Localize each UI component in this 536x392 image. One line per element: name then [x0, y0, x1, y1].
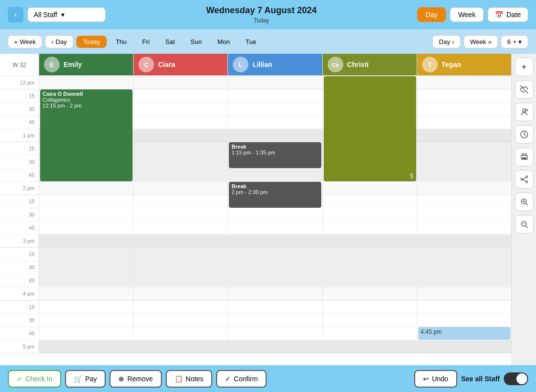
grid-cell-19-1[interactable]	[134, 327, 228, 340]
grid-cell-2-1[interactable]	[134, 103, 228, 116]
grid-cell-9-0[interactable]	[39, 195, 134, 208]
grid-cell-12-3[interactable]	[323, 235, 417, 248]
grid-cell-14-0[interactable]	[39, 261, 134, 274]
grid-cell-6-4[interactable]	[417, 155, 512, 169]
event-block[interactable]: Break1:15 pm - 1:35 pm	[229, 142, 321, 168]
grid-cell-17-4[interactable]	[417, 301, 512, 314]
grid-cell-4-4[interactable]	[417, 129, 512, 142]
grid-cell-8-3[interactable]	[323, 182, 417, 195]
grid-cell-15-4[interactable]	[417, 274, 512, 287]
grid-cell-10-2[interactable]	[228, 208, 322, 221]
confirm-button[interactable]: ✓ Confirm	[216, 370, 267, 388]
grid-cell-5-4[interactable]	[417, 142, 512, 155]
grid-cell-3-4[interactable]	[417, 116, 512, 129]
grid-cell-12-1[interactable]	[134, 235, 228, 248]
grid-cell-17-2[interactable]	[228, 301, 322, 314]
date-picker-button[interactable]: 📅 Date	[488, 7, 528, 22]
grid-cell-11-0[interactable]	[39, 221, 134, 235]
grid-cell-16-3[interactable]	[323, 287, 417, 301]
grid-cell-11-3[interactable]	[323, 221, 417, 235]
grid-cell-10-3[interactable]	[323, 208, 417, 221]
grid-cell-4-1[interactable]	[134, 129, 228, 142]
event-block[interactable]: Caira O DonnellCollagenics12:15 pm - 2 p…	[40, 89, 133, 181]
grid-cell-12-2[interactable]	[228, 235, 322, 248]
grid-cell-8-1[interactable]	[134, 182, 228, 195]
grid-cell-15-1[interactable]	[134, 274, 228, 287]
undo-button[interactable]: ↩ Undo	[414, 370, 457, 388]
clock-button[interactable]	[515, 125, 534, 144]
grid-cell-19-0[interactable]	[39, 327, 134, 340]
grid-cell-8-4[interactable]	[417, 182, 512, 195]
grid-cell-3-2[interactable]	[228, 116, 322, 129]
grid-cell-14-2[interactable]	[228, 261, 322, 274]
print-button[interactable]	[515, 148, 534, 166]
grid-cell-10-0[interactable]	[39, 208, 134, 221]
right-week-button[interactable]: Week »	[464, 35, 498, 48]
grid-cell-9-1[interactable]	[134, 195, 228, 208]
grid-cell-9-3[interactable]	[323, 195, 417, 208]
day-nav-button[interactable]: ‹ Day	[45, 35, 73, 48]
grid-cell-16-4[interactable]	[417, 287, 512, 301]
week-view-button[interactable]: Week	[450, 7, 484, 22]
grid-cell-7-2[interactable]	[228, 169, 322, 182]
grid-cell-15-0[interactable]	[39, 274, 134, 287]
grid-cell-1-1[interactable]	[134, 89, 228, 103]
share-button[interactable]	[515, 170, 534, 189]
calendar-scroll[interactable]: W 32 E Emily C Ciara L Lillian	[0, 54, 512, 365]
grid-cell-12-0[interactable]	[39, 235, 134, 248]
grid-cell-19-3[interactable]	[323, 327, 417, 340]
zoom-out-button[interactable]	[515, 215, 534, 234]
tab-today[interactable]: Today	[76, 36, 107, 48]
grid-cell-0-2[interactable]	[228, 76, 322, 89]
grid-cell-13-0[interactable]	[39, 248, 134, 261]
grid-cell-18-0[interactable]	[39, 314, 134, 327]
back-button[interactable]: ‹	[8, 7, 23, 22]
staff-button[interactable]	[515, 103, 534, 121]
grid-cell-20-4[interactable]	[417, 340, 512, 353]
notes-button[interactable]: 📋 Notes	[166, 370, 213, 388]
grid-cell-1-2[interactable]	[228, 89, 322, 103]
see-all-toggle[interactable]	[504, 372, 528, 385]
tab-mon[interactable]: Mon	[211, 36, 237, 48]
grid-cell-17-1[interactable]	[134, 301, 228, 314]
grid-cell-20-1[interactable]	[134, 340, 228, 353]
grid-cell-18-3[interactable]	[323, 314, 417, 327]
grid-cell-13-1[interactable]	[134, 248, 228, 261]
event-block[interactable]: 4:45 pm	[418, 327, 511, 340]
grid-cell-11-4[interactable]	[417, 221, 512, 235]
grid-cell-15-2[interactable]	[228, 274, 322, 287]
remove-button[interactable]: ⊗ Remove	[110, 370, 161, 388]
grid-cell-15-3[interactable]	[323, 274, 417, 287]
grid-cell-9-4[interactable]	[417, 195, 512, 208]
grid-cell-7-1[interactable]	[134, 169, 228, 182]
grid-cell-16-0[interactable]	[39, 287, 134, 301]
hide-button[interactable]	[515, 80, 534, 99]
grid-cell-17-0[interactable]	[39, 301, 134, 314]
grid-cell-14-4[interactable]	[417, 261, 512, 274]
grid-cell-3-1[interactable]	[134, 116, 228, 129]
grid-cell-18-1[interactable]	[134, 314, 228, 327]
grid-cell-2-4[interactable]	[417, 103, 512, 116]
grid-cell-13-4[interactable]	[417, 248, 512, 261]
grid-cell-20-2[interactable]	[228, 340, 322, 353]
grid-cell-18-4[interactable]	[417, 314, 512, 327]
pay-button[interactable]: 🛒 Pay	[65, 370, 106, 388]
tab-fri[interactable]: Fri	[135, 36, 156, 48]
tab-sun[interactable]: Sun	[184, 36, 209, 48]
grid-cell-4-2[interactable]	[228, 129, 322, 142]
grid-cell-11-2[interactable]	[228, 221, 322, 235]
day-view-button[interactable]: Day	[417, 7, 446, 22]
event-block[interactable]: Break2 pm - 2:30 pm	[229, 182, 321, 208]
grid-cell-0-1[interactable]	[134, 76, 228, 89]
tab-thu[interactable]: Thu	[109, 36, 133, 48]
grid-cell-10-4[interactable]	[417, 208, 512, 221]
grid-cell-14-3[interactable]	[323, 261, 417, 274]
check-in-button[interactable]: ✓ Check In	[8, 370, 61, 388]
grid-cell-13-3[interactable]	[323, 248, 417, 261]
tab-tue[interactable]: Tue	[239, 36, 263, 48]
grid-cell-11-1[interactable]	[134, 221, 228, 235]
week-nav-button[interactable]: « Week	[8, 35, 42, 48]
grid-cell-20-0[interactable]	[39, 340, 134, 353]
event-block[interactable]: $	[324, 76, 416, 181]
grid-cell-0-0[interactable]	[39, 76, 134, 89]
